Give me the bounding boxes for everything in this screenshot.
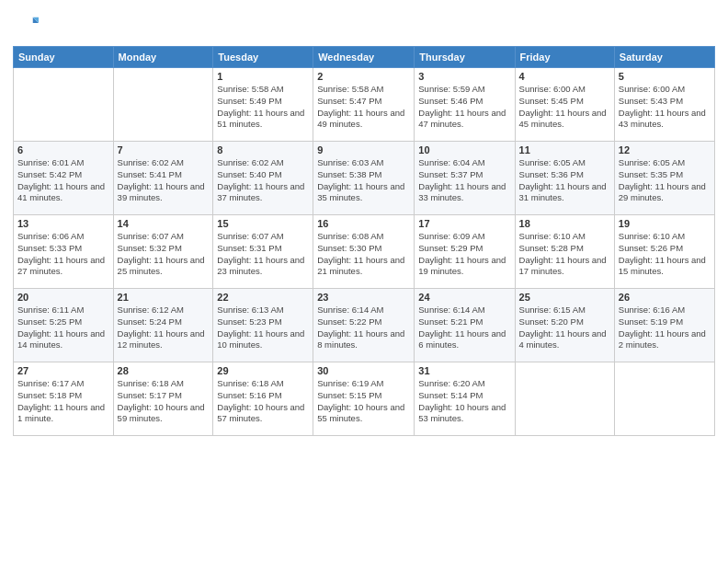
day-info: Sunrise: 5:59 AM Sunset: 5:46 PM Dayligh… <box>418 84 510 131</box>
day-info: Sunrise: 6:18 AM Sunset: 5:17 PM Dayligh… <box>118 378 210 425</box>
day-info: Sunrise: 6:09 AM Sunset: 5:29 PM Dayligh… <box>418 231 510 278</box>
day-number: 9 <box>317 144 410 155</box>
day-number: 17 <box>418 218 510 229</box>
day-info: Sunrise: 6:18 AM Sunset: 5:16 PM Dayligh… <box>217 378 309 425</box>
calendar-cell: 17Sunrise: 6:09 AM Sunset: 5:29 PM Dayli… <box>415 215 515 289</box>
day-info: Sunrise: 6:13 AM Sunset: 5:23 PM Dayligh… <box>217 304 309 351</box>
calendar-cell: 16Sunrise: 6:08 AM Sunset: 5:30 PM Dayli… <box>313 215 415 289</box>
day-number: 8 <box>217 144 309 155</box>
calendar-cell: 12Sunrise: 6:05 AM Sunset: 5:35 PM Dayli… <box>614 142 714 215</box>
day-number: 24 <box>418 292 510 303</box>
day-number: 31 <box>418 365 510 376</box>
day-number: 12 <box>619 144 711 155</box>
day-number: 16 <box>317 218 410 229</box>
calendar-cell: 30Sunrise: 6:19 AM Sunset: 5:15 PM Dayli… <box>313 362 415 436</box>
calendar-cell: 28Sunrise: 6:18 AM Sunset: 5:17 PM Dayli… <box>113 362 213 436</box>
day-info: Sunrise: 6:00 AM Sunset: 5:45 PM Dayligh… <box>519 84 610 131</box>
day-info: Sunrise: 6:10 AM Sunset: 5:26 PM Dayligh… <box>619 231 711 278</box>
day-info: Sunrise: 6:02 AM Sunset: 5:40 PM Dayligh… <box>217 157 309 204</box>
calendar-cell: 10Sunrise: 6:04 AM Sunset: 5:37 PM Dayli… <box>415 142 515 215</box>
calendar-cell: 7Sunrise: 6:02 AM Sunset: 5:41 PM Daylig… <box>113 142 213 215</box>
day-number: 13 <box>17 218 109 229</box>
calendar-cell: 29Sunrise: 6:18 AM Sunset: 5:16 PM Dayli… <box>213 362 313 436</box>
calendar-cell: 9Sunrise: 6:03 AM Sunset: 5:38 PM Daylig… <box>313 142 415 215</box>
calendar-cell <box>113 68 213 142</box>
calendar-cell: 8Sunrise: 6:02 AM Sunset: 5:40 PM Daylig… <box>213 142 313 215</box>
calendar-cell: 23Sunrise: 6:14 AM Sunset: 5:22 PM Dayli… <box>313 289 415 362</box>
day-info: Sunrise: 6:12 AM Sunset: 5:24 PM Dayligh… <box>118 304 210 351</box>
calendar-cell: 31Sunrise: 6:20 AM Sunset: 5:14 PM Dayli… <box>415 362 515 436</box>
day-number: 30 <box>317 365 410 376</box>
calendar-week-4: 20Sunrise: 6:11 AM Sunset: 5:25 PM Dayli… <box>14 289 715 362</box>
day-number: 19 <box>619 218 711 229</box>
calendar-cell: 15Sunrise: 6:07 AM Sunset: 5:31 PM Dayli… <box>213 215 313 289</box>
day-info: Sunrise: 6:17 AM Sunset: 5:18 PM Dayligh… <box>17 378 109 425</box>
day-number: 2 <box>317 71 410 82</box>
day-info: Sunrise: 6:16 AM Sunset: 5:19 PM Dayligh… <box>619 304 711 351</box>
day-info: Sunrise: 6:14 AM Sunset: 5:21 PM Dayligh… <box>418 304 510 351</box>
calendar-cell: 14Sunrise: 6:07 AM Sunset: 5:32 PM Dayli… <box>113 215 213 289</box>
day-info: Sunrise: 6:01 AM Sunset: 5:42 PM Dayligh… <box>17 157 109 204</box>
weekday-header-monday: Monday <box>113 47 213 68</box>
day-info: Sunrise: 5:58 AM Sunset: 5:47 PM Dayligh… <box>317 84 410 131</box>
calendar-cell: 6Sunrise: 6:01 AM Sunset: 5:42 PM Daylig… <box>14 142 114 215</box>
calendar-cell: 18Sunrise: 6:10 AM Sunset: 5:28 PM Dayli… <box>515 215 614 289</box>
calendar-cell: 4Sunrise: 6:00 AM Sunset: 5:45 PM Daylig… <box>515 68 614 142</box>
calendar-cell: 1Sunrise: 5:58 AM Sunset: 5:49 PM Daylig… <box>213 68 313 142</box>
day-number: 1 <box>217 71 309 82</box>
page-header <box>13 9 715 39</box>
weekday-header-friday: Friday <box>515 47 614 68</box>
weekday-header-row: SundayMondayTuesdayWednesdayThursdayFrid… <box>14 47 715 68</box>
day-info: Sunrise: 6:03 AM Sunset: 5:38 PM Dayligh… <box>317 157 410 204</box>
day-info: Sunrise: 6:14 AM Sunset: 5:22 PM Dayligh… <box>317 304 410 351</box>
weekday-header-saturday: Saturday <box>614 47 714 68</box>
calendar-cell: 24Sunrise: 6:14 AM Sunset: 5:21 PM Dayli… <box>415 289 515 362</box>
calendar-week-1: 1Sunrise: 5:58 AM Sunset: 5:49 PM Daylig… <box>14 68 715 142</box>
day-number: 4 <box>519 71 610 82</box>
day-number: 3 <box>418 71 510 82</box>
day-number: 28 <box>118 365 210 376</box>
day-number: 5 <box>619 71 711 82</box>
day-info: Sunrise: 6:05 AM Sunset: 5:35 PM Dayligh… <box>619 157 711 204</box>
day-number: 7 <box>118 144 210 155</box>
weekday-header-tuesday: Tuesday <box>213 47 313 68</box>
calendar-cell: 5Sunrise: 6:00 AM Sunset: 5:43 PM Daylig… <box>614 68 714 142</box>
logo-icon <box>13 13 39 39</box>
weekday-header-thursday: Thursday <box>415 47 515 68</box>
day-info: Sunrise: 6:00 AM Sunset: 5:43 PM Dayligh… <box>619 84 711 131</box>
day-info: Sunrise: 6:20 AM Sunset: 5:14 PM Dayligh… <box>418 378 510 425</box>
day-number: 15 <box>217 218 309 229</box>
day-number: 20 <box>17 292 109 303</box>
calendar-week-5: 27Sunrise: 6:17 AM Sunset: 5:18 PM Dayli… <box>14 362 715 436</box>
day-number: 29 <box>217 365 309 376</box>
day-number: 14 <box>118 218 210 229</box>
calendar-cell: 19Sunrise: 6:10 AM Sunset: 5:26 PM Dayli… <box>614 215 714 289</box>
day-number: 6 <box>17 144 109 155</box>
calendar-cell <box>614 362 714 436</box>
day-info: Sunrise: 6:10 AM Sunset: 5:28 PM Dayligh… <box>519 231 610 278</box>
calendar-cell <box>14 68 114 142</box>
weekday-header-wednesday: Wednesday <box>313 47 415 68</box>
day-info: Sunrise: 6:02 AM Sunset: 5:41 PM Dayligh… <box>118 157 210 204</box>
calendar-cell: 2Sunrise: 5:58 AM Sunset: 5:47 PM Daylig… <box>313 68 415 142</box>
day-number: 22 <box>217 292 309 303</box>
day-info: Sunrise: 6:06 AM Sunset: 5:33 PM Dayligh… <box>17 231 109 278</box>
calendar-cell: 3Sunrise: 5:59 AM Sunset: 5:46 PM Daylig… <box>415 68 515 142</box>
day-number: 26 <box>619 292 711 303</box>
day-info: Sunrise: 5:58 AM Sunset: 5:49 PM Dayligh… <box>217 84 309 131</box>
day-number: 25 <box>519 292 610 303</box>
day-number: 11 <box>519 144 610 155</box>
day-info: Sunrise: 6:11 AM Sunset: 5:25 PM Dayligh… <box>17 304 109 351</box>
day-number: 27 <box>17 365 109 376</box>
day-info: Sunrise: 6:07 AM Sunset: 5:32 PM Dayligh… <box>118 231 210 278</box>
day-info: Sunrise: 6:05 AM Sunset: 5:36 PM Dayligh… <box>519 157 610 204</box>
day-info: Sunrise: 6:15 AM Sunset: 5:20 PM Dayligh… <box>519 304 610 351</box>
day-info: Sunrise: 6:08 AM Sunset: 5:30 PM Dayligh… <box>317 231 410 278</box>
calendar-week-2: 6Sunrise: 6:01 AM Sunset: 5:42 PM Daylig… <box>14 142 715 215</box>
calendar-table: SundayMondayTuesdayWednesdayThursdayFrid… <box>13 46 715 436</box>
calendar-cell: 20Sunrise: 6:11 AM Sunset: 5:25 PM Dayli… <box>14 289 114 362</box>
calendar-cell <box>515 362 614 436</box>
day-number: 18 <box>519 218 610 229</box>
day-info: Sunrise: 6:07 AM Sunset: 5:31 PM Dayligh… <box>217 231 309 278</box>
calendar-cell: 26Sunrise: 6:16 AM Sunset: 5:19 PM Dayli… <box>614 289 714 362</box>
